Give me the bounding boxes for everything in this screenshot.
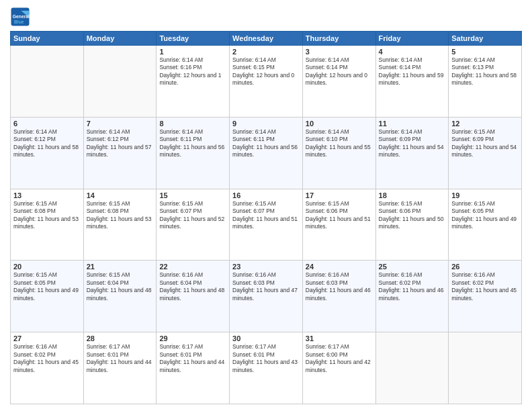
- day-info: Sunrise: 6:14 AMSunset: 6:13 PMDaylight:…: [451, 56, 519, 87]
- day-info: Sunrise: 6:17 AMSunset: 6:00 PMDaylight:…: [306, 343, 373, 374]
- logo: General Blue: [10, 7, 30, 27]
- day-header-friday: Friday: [375, 32, 449, 46]
- day-number: 24: [306, 263, 373, 271]
- day-number: 17: [306, 191, 373, 199]
- day-number: 10: [306, 120, 373, 128]
- table-row: 19Sunrise: 6:15 AMSunset: 6:05 PMDayligh…: [449, 189, 522, 261]
- day-info: Sunrise: 6:15 AMSunset: 6:06 PMDaylight:…: [306, 200, 373, 231]
- day-number: 12: [451, 120, 519, 128]
- day-header-wednesday: Wednesday: [230, 32, 303, 46]
- day-number: 2: [232, 48, 300, 56]
- day-info: Sunrise: 6:14 AMSunset: 6:12 PMDaylight:…: [87, 128, 154, 159]
- day-number: 30: [232, 334, 300, 342]
- table-row: [375, 332, 449, 404]
- table-row: 31Sunrise: 6:17 AMSunset: 6:00 PMDayligh…: [302, 332, 375, 404]
- day-info: Sunrise: 6:14 AMSunset: 6:15 PMDaylight:…: [232, 56, 300, 87]
- table-row: 3Sunrise: 6:14 AMSunset: 6:14 PMDaylight…: [302, 46, 375, 118]
- svg-text:Blue: Blue: [14, 19, 24, 24]
- table-row: 15Sunrise: 6:15 AMSunset: 6:07 PMDayligh…: [157, 189, 230, 261]
- day-info: Sunrise: 6:15 AMSunset: 6:06 PMDaylight:…: [379, 200, 446, 231]
- day-info: Sunrise: 6:17 AMSunset: 6:01 PMDaylight:…: [232, 343, 300, 374]
- table-row: [11, 46, 84, 118]
- table-row: 12Sunrise: 6:15 AMSunset: 6:09 PMDayligh…: [449, 117, 522, 189]
- table-row: 29Sunrise: 6:17 AMSunset: 6:01 PMDayligh…: [157, 332, 230, 404]
- day-header-saturday: Saturday: [449, 32, 522, 46]
- day-number: 5: [451, 48, 519, 56]
- table-row: 27Sunrise: 6:16 AMSunset: 6:02 PMDayligh…: [11, 332, 84, 404]
- table-row: 7Sunrise: 6:14 AMSunset: 6:12 PMDaylight…: [83, 117, 157, 189]
- day-info: Sunrise: 6:16 AMSunset: 6:02 PMDaylight:…: [379, 271, 446, 302]
- table-row: 28Sunrise: 6:17 AMSunset: 6:01 PMDayligh…: [83, 332, 157, 404]
- header: General Blue: [10, 7, 522, 27]
- table-row: 8Sunrise: 6:14 AMSunset: 6:11 PMDaylight…: [157, 117, 230, 189]
- day-info: Sunrise: 6:15 AMSunset: 6:04 PMDaylight:…: [87, 271, 154, 302]
- day-header-tuesday: Tuesday: [157, 32, 230, 46]
- table-row: 23Sunrise: 6:16 AMSunset: 6:03 PMDayligh…: [230, 261, 303, 332]
- day-info: Sunrise: 6:15 AMSunset: 6:07 PMDaylight:…: [159, 200, 226, 231]
- day-number: 19: [451, 191, 519, 199]
- day-info: Sunrise: 6:17 AMSunset: 6:01 PMDaylight:…: [159, 343, 226, 374]
- table-row: 9Sunrise: 6:14 AMSunset: 6:11 PMDaylight…: [230, 117, 303, 189]
- day-info: Sunrise: 6:16 AMSunset: 6:03 PMDaylight:…: [306, 271, 373, 302]
- day-info: Sunrise: 6:14 AMSunset: 6:09 PMDaylight:…: [379, 128, 446, 159]
- day-info: Sunrise: 6:16 AMSunset: 6:04 PMDaylight:…: [159, 271, 226, 302]
- day-info: Sunrise: 6:17 AMSunset: 6:01 PMDaylight:…: [87, 343, 154, 374]
- day-number: 28: [87, 334, 154, 342]
- day-info: Sunrise: 6:14 AMSunset: 6:14 PMDaylight:…: [379, 56, 446, 87]
- day-info: Sunrise: 6:14 AMSunset: 6:16 PMDaylight:…: [159, 56, 226, 87]
- day-number: 18: [379, 191, 446, 199]
- day-info: Sunrise: 6:15 AMSunset: 6:05 PMDaylight:…: [13, 271, 81, 302]
- day-info: Sunrise: 6:16 AMSunset: 6:02 PMDaylight:…: [451, 271, 519, 302]
- day-number: 22: [159, 263, 226, 271]
- day-number: 31: [306, 334, 373, 342]
- day-info: Sunrise: 6:16 AMSunset: 6:02 PMDaylight:…: [13, 343, 81, 374]
- logo-icon: General Blue: [10, 7, 30, 27]
- table-row: 30Sunrise: 6:17 AMSunset: 6:01 PMDayligh…: [230, 332, 303, 404]
- day-number: 20: [13, 263, 81, 271]
- table-row: 16Sunrise: 6:15 AMSunset: 6:07 PMDayligh…: [230, 189, 303, 261]
- table-row: 6Sunrise: 6:14 AMSunset: 6:12 PMDaylight…: [11, 117, 84, 189]
- table-row: 24Sunrise: 6:16 AMSunset: 6:03 PMDayligh…: [302, 261, 375, 332]
- day-number: 15: [159, 191, 226, 199]
- day-info: Sunrise: 6:14 AMSunset: 6:11 PMDaylight:…: [159, 128, 226, 159]
- day-number: 14: [87, 191, 154, 199]
- day-header-monday: Monday: [83, 32, 157, 46]
- day-info: Sunrise: 6:14 AMSunset: 6:12 PMDaylight:…: [13, 128, 81, 159]
- day-info: Sunrise: 6:16 AMSunset: 6:03 PMDaylight:…: [232, 271, 300, 302]
- day-number: 3: [306, 48, 373, 56]
- day-number: 26: [451, 263, 519, 271]
- table-row: [449, 332, 522, 404]
- page: General Blue SundayMondayTuesdayWednesda…: [0, 0, 532, 411]
- day-number: 23: [232, 263, 300, 271]
- day-info: Sunrise: 6:14 AMSunset: 6:14 PMDaylight:…: [306, 56, 373, 87]
- table-row: 21Sunrise: 6:15 AMSunset: 6:04 PMDayligh…: [83, 261, 157, 332]
- day-info: Sunrise: 6:15 AMSunset: 6:07 PMDaylight:…: [232, 200, 300, 231]
- day-header-thursday: Thursday: [302, 32, 375, 46]
- table-row: 2Sunrise: 6:14 AMSunset: 6:15 PMDaylight…: [230, 46, 303, 118]
- day-number: 29: [159, 334, 226, 342]
- day-number: 21: [87, 263, 154, 271]
- day-info: Sunrise: 6:15 AMSunset: 6:08 PMDaylight:…: [13, 200, 81, 231]
- day-info: Sunrise: 6:15 AMSunset: 6:08 PMDaylight:…: [87, 200, 154, 231]
- day-number: 6: [13, 120, 81, 128]
- svg-text:General: General: [13, 14, 30, 19]
- table-row: 14Sunrise: 6:15 AMSunset: 6:08 PMDayligh…: [83, 189, 157, 261]
- table-row: 1Sunrise: 6:14 AMSunset: 6:16 PMDaylight…: [157, 46, 230, 118]
- day-number: 9: [232, 120, 300, 128]
- table-row: 11Sunrise: 6:14 AMSunset: 6:09 PMDayligh…: [375, 117, 449, 189]
- day-number: 27: [13, 334, 81, 342]
- day-info: Sunrise: 6:15 AMSunset: 6:05 PMDaylight:…: [451, 200, 519, 231]
- day-number: 7: [87, 120, 154, 128]
- table-row: 10Sunrise: 6:14 AMSunset: 6:10 PMDayligh…: [302, 117, 375, 189]
- day-info: Sunrise: 6:14 AMSunset: 6:10 PMDaylight:…: [306, 128, 373, 159]
- day-number: 8: [159, 120, 226, 128]
- table-row: 22Sunrise: 6:16 AMSunset: 6:04 PMDayligh…: [157, 261, 230, 332]
- table-row: 18Sunrise: 6:15 AMSunset: 6:06 PMDayligh…: [375, 189, 449, 261]
- table-row: 25Sunrise: 6:16 AMSunset: 6:02 PMDayligh…: [375, 261, 449, 332]
- calendar-table: SundayMondayTuesdayWednesdayThursdayFrid…: [10, 31, 522, 404]
- table-row: 5Sunrise: 6:14 AMSunset: 6:13 PMDaylight…: [449, 46, 522, 118]
- day-number: 1: [159, 48, 226, 56]
- table-row: [83, 46, 157, 118]
- day-number: 4: [379, 48, 446, 56]
- table-row: 13Sunrise: 6:15 AMSunset: 6:08 PMDayligh…: [11, 189, 84, 261]
